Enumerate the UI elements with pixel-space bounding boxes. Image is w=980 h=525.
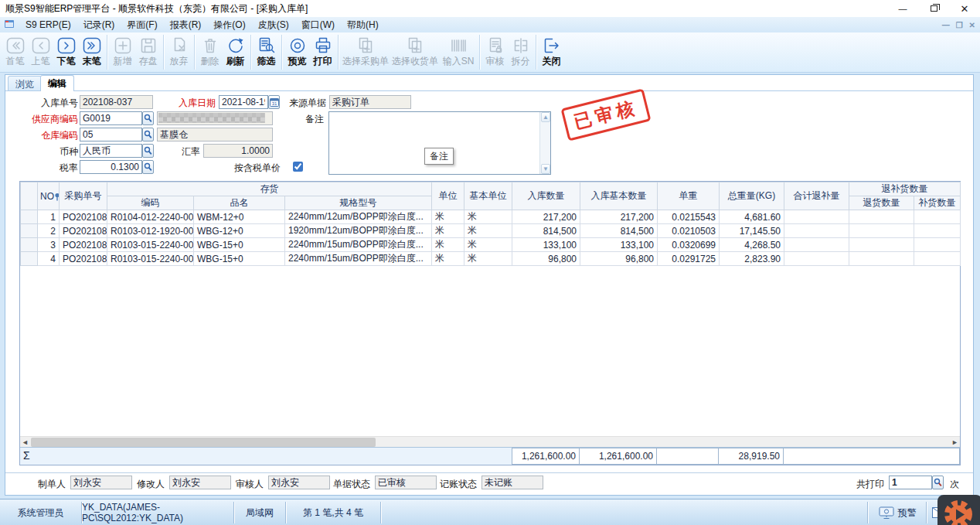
select-purchase-order-button[interactable]: 选择采购单 <box>341 34 390 66</box>
audit-icon <box>484 35 506 56</box>
menu-report[interactable]: 报表(R) <box>164 17 208 33</box>
tab-edit[interactable]: 编辑 <box>40 75 74 91</box>
exchange-rate-field[interactable] <box>203 144 273 158</box>
col-base-qty[interactable]: 入库基本数量 <box>580 182 658 210</box>
print-count-lookup-button[interactable] <box>932 476 944 489</box>
audit-button[interactable]: 审核 <box>482 34 508 66</box>
col-qty[interactable]: 入库数量 <box>512 182 580 210</box>
doc-status-field[interactable] <box>375 476 437 489</box>
modifier-field[interactable] <box>169 476 231 489</box>
scroll-left-icon[interactable]: ◄ <box>20 438 30 447</box>
input-sn-button[interactable]: 输入SN <box>440 34 477 66</box>
posting-status-field[interactable] <box>481 476 543 489</box>
warehouse-name-field[interactable] <box>157 128 273 141</box>
last-record-icon <box>80 35 103 56</box>
restore-button[interactable] <box>918 0 949 17</box>
menu-skin[interactable]: 皮肤(S) <box>252 17 295 33</box>
currency-lookup-button[interactable] <box>142 144 154 158</box>
new-icon <box>111 35 134 56</box>
col-base-unit[interactable]: 基本单位 <box>464 182 512 210</box>
split-button[interactable]: 拆分 <box>508 34 533 66</box>
supplier-code-field[interactable] <box>80 111 142 125</box>
col-code[interactable]: 编码 <box>107 196 194 210</box>
menu-interface[interactable]: 界面(F) <box>121 17 163 33</box>
print-count-label: 共打印 <box>852 478 884 490</box>
close-button[interactable]: ✕ <box>949 0 980 17</box>
menu-operation[interactable]: 操作(O) <box>207 17 251 33</box>
col-return-group[interactable]: 退补货数量 <box>849 182 961 196</box>
menu-help[interactable]: 帮助(H) <box>341 17 385 33</box>
col-return-total[interactable]: 合计退补量 <box>784 182 849 210</box>
delete-button[interactable]: 删除 <box>197 34 223 66</box>
source-doc-label: 来源单据 <box>280 97 326 109</box>
tab-browse[interactable]: 浏览 <box>8 76 42 90</box>
menu-s9erp[interactable]: S9 ERP(E) <box>19 18 77 32</box>
mdi-restore-button[interactable]: ❐ <box>956 21 963 29</box>
currency-label: 币种 <box>24 145 78 158</box>
remark-scrollbar[interactable]: ▲ ▼ <box>539 112 550 174</box>
menu-record[interactable]: 记录(R) <box>77 17 121 33</box>
col-spec[interactable]: 规格型号 <box>285 196 432 210</box>
save-button[interactable]: 存盘 <box>135 34 161 66</box>
col-no[interactable]: NO <box>38 182 60 210</box>
app-icon <box>4 19 15 31</box>
calendar-button[interactable]: 31 <box>268 95 280 109</box>
table-row[interactable]: 4 PO202108-0... R0103-015-2240-00 WBG-15… <box>21 252 961 266</box>
discard-button[interactable]: 放弃 <box>166 34 192 66</box>
receipt-date-field[interactable] <box>219 95 268 109</box>
auditor-field[interactable] <box>268 476 330 489</box>
new-button[interactable]: 新增 <box>110 34 135 66</box>
supplier-lookup-button[interactable] <box>142 111 154 125</box>
last-record-button[interactable]: 末笔 <box>79 34 104 66</box>
prev-record-button[interactable]: 上笔 <box>28 34 53 66</box>
scroll-up-icon[interactable]: ▲ <box>541 112 550 122</box>
refresh-icon <box>224 35 247 56</box>
warehouse-lookup-button[interactable] <box>142 128 154 141</box>
print-count-field[interactable] <box>889 476 932 489</box>
remark-textarea[interactable] <box>329 112 539 174</box>
alert-monitor-icon <box>879 506 894 520</box>
mdi-window-controls: — ❐ ✕ <box>942 17 975 32</box>
scrollbar-thumb[interactable] <box>31 438 376 447</box>
filter-button[interactable]: 筛选 <box>254 34 279 66</box>
creator-field[interactable] <box>70 476 132 489</box>
col-unit[interactable]: 单位 <box>432 182 464 210</box>
col-replenish-qty[interactable]: 补货数量 <box>914 196 961 210</box>
tax-rate-lookup-button[interactable] <box>142 160 154 174</box>
first-record-button[interactable]: 首笔 <box>2 34 28 66</box>
col-name[interactable]: 品名 <box>194 196 285 210</box>
warehouse-code-field[interactable] <box>80 128 142 141</box>
table-row[interactable]: 1 PO202108-0... R0104-012-2240-00 WBM-12… <box>21 210 961 224</box>
tax-rate-field[interactable] <box>80 160 142 174</box>
scroll-down-icon[interactable]: ▼ <box>541 164 550 174</box>
col-unit-weight[interactable]: 单重 <box>658 182 720 210</box>
minimize-button[interactable]: — <box>887 0 918 17</box>
select-purchase-order-icon <box>342 35 389 56</box>
refresh-button[interactable]: 刷新 <box>223 34 248 66</box>
close-form-button[interactable]: 关闭 <box>539 34 564 66</box>
mdi-minimize-button[interactable]: — <box>942 21 950 29</box>
companion-widget[interactable] <box>937 495 980 525</box>
table-row[interactable]: 3 PO202108-0... R0103-015-2240-00 WBG-15… <box>21 238 961 252</box>
preview-button[interactable]: 预览 <box>284 34 310 66</box>
tab-divider <box>5 90 973 91</box>
col-return-qty[interactable]: 退货数量 <box>849 196 914 210</box>
col-total-weight[interactable]: 总重量(KG) <box>720 182 784 210</box>
status-network: 局域网 <box>234 499 285 525</box>
print-button[interactable]: 打印 <box>310 34 335 66</box>
select-receipt-note-button[interactable]: 选择收货单 <box>390 34 440 66</box>
table-row[interactable]: 2 PO202108-0... R0103-012-1920-00 WBG-12… <box>21 224 961 238</box>
scroll-right-icon[interactable]: ► <box>950 438 960 447</box>
menu-window[interactable]: 窗口(W) <box>295 17 341 33</box>
col-inventory-group[interactable]: 存货 <box>107 182 432 196</box>
receipt-date-label: 入库日期 <box>169 97 216 109</box>
col-po-no[interactable]: 采购单号 <box>60 182 107 210</box>
alert-button[interactable]: 预警 <box>870 499 924 525</box>
tax-included-checkbox[interactable] <box>293 162 303 172</box>
mdi-close-button[interactable]: ✕ <box>969 21 975 29</box>
next-record-button[interactable]: 下笔 <box>53 34 79 66</box>
receipt-no-field[interactable] <box>80 95 153 109</box>
currency-field[interactable] <box>80 144 142 158</box>
horizontal-scrollbar[interactable]: ◄ ► <box>20 436 960 447</box>
source-doc-field[interactable] <box>329 95 411 109</box>
